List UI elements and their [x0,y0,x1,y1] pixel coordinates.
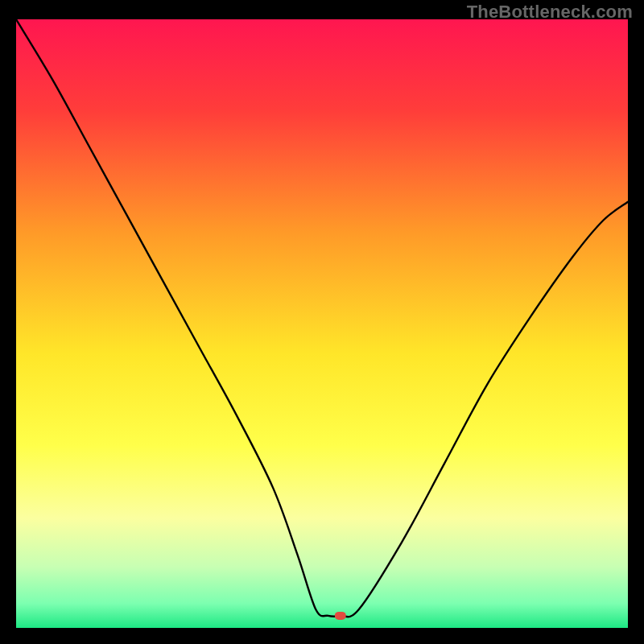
target-marker [335,612,346,620]
chart-frame: TheBottleneck.com [0,0,644,644]
gradient-background [16,19,628,628]
watermark-label: TheBottleneck.com [467,2,633,23]
bottleneck-chart [16,19,628,628]
